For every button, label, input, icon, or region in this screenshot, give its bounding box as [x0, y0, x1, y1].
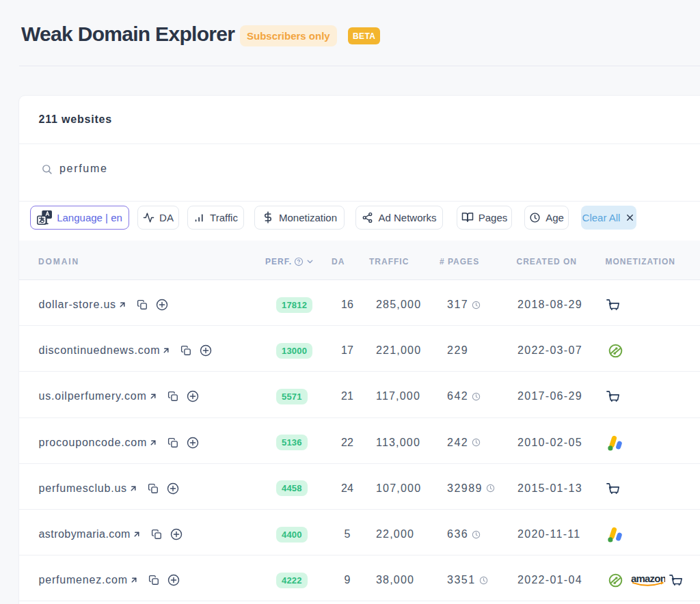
svg-text:amazon: amazon: [631, 574, 665, 584]
